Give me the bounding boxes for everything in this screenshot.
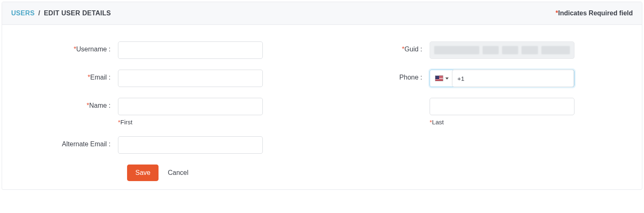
form-row: *Username : *Guid : bbox=[10, 41, 634, 59]
breadcrumb-parent[interactable]: USERS bbox=[11, 10, 35, 17]
username-input[interactable] bbox=[118, 41, 263, 59]
guid-label: *Guid : bbox=[322, 41, 430, 53]
lastname-label-spacer bbox=[322, 98, 430, 102]
redacted-block bbox=[434, 46, 479, 54]
chevron-down-icon bbox=[445, 77, 449, 80]
last-name-input[interactable] bbox=[430, 98, 574, 115]
guid-readonly-field bbox=[430, 41, 574, 59]
breadcrumb-separator: / bbox=[38, 10, 40, 17]
actions-row: Save Cancel bbox=[10, 165, 634, 181]
country-code-selector[interactable] bbox=[430, 70, 452, 87]
email-input[interactable] bbox=[118, 70, 263, 87]
phone-field-wrapper bbox=[430, 70, 574, 87]
form-container: *Username : *Guid : bbox=[2, 25, 642, 189]
breadcrumb: USERS / EDIT USER DETAILS bbox=[11, 10, 111, 17]
cancel-button[interactable]: Cancel bbox=[168, 169, 188, 177]
redacted-block bbox=[521, 46, 538, 54]
redacted-block bbox=[502, 46, 518, 54]
first-name-input[interactable] bbox=[118, 98, 263, 115]
edit-user-panel: USERS / EDIT USER DETAILS *Indicates Req… bbox=[2, 2, 642, 190]
save-button[interactable]: Save bbox=[127, 165, 159, 181]
redacted-block bbox=[483, 46, 499, 54]
form-row: *Email : Phone : bbox=[10, 70, 634, 87]
form-row: *Name : *First *Last bbox=[10, 98, 634, 126]
alt-email-label: Alternate Email : bbox=[10, 136, 118, 148]
username-label: *Username : bbox=[10, 41, 118, 53]
redacted-block bbox=[541, 46, 570, 54]
email-label: *Email : bbox=[10, 70, 118, 81]
form-row: Alternate Email : bbox=[10, 136, 634, 154]
required-field-note: *Indicates Required field bbox=[555, 10, 633, 17]
first-sublabel: *First bbox=[118, 119, 267, 126]
us-flag-icon bbox=[435, 75, 443, 81]
name-label: *Name : bbox=[10, 98, 118, 109]
panel-header: USERS / EDIT USER DETAILS *Indicates Req… bbox=[2, 2, 642, 25]
phone-input[interactable] bbox=[452, 70, 574, 87]
alternate-email-input[interactable] bbox=[118, 136, 263, 154]
required-note-text: Indicates Required field bbox=[558, 10, 633, 17]
last-sublabel: *Last bbox=[430, 119, 579, 126]
breadcrumb-current: EDIT USER DETAILS bbox=[44, 10, 111, 17]
phone-label: Phone : bbox=[322, 70, 430, 81]
